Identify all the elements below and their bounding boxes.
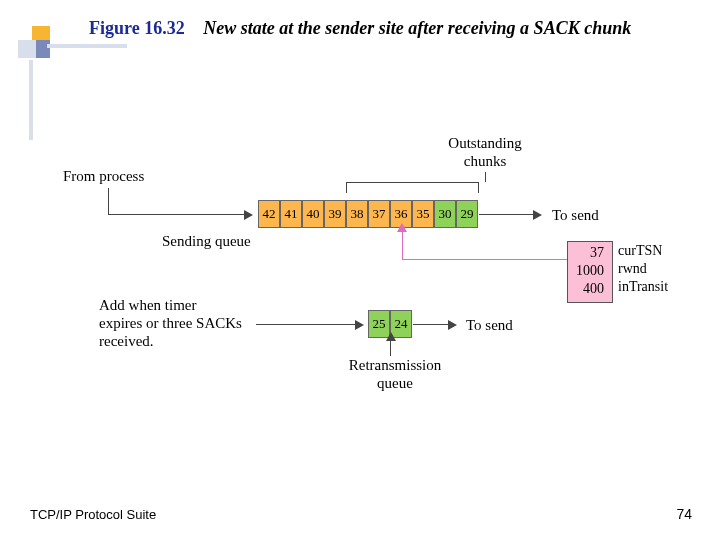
figure-number: Figure 16.32: [89, 18, 185, 38]
sending-cell: 30: [434, 200, 456, 228]
sending-cell: 39: [324, 200, 346, 228]
sending-cell: 37: [368, 200, 390, 228]
ornament-bar-h: [47, 44, 127, 48]
state-rwnd-key: rwnd: [618, 261, 668, 279]
curtsn-pointer-v: [402, 231, 403, 259]
state-keys: curTSN rwnd inTransit: [618, 243, 668, 297]
from-process-arrow: [244, 210, 253, 220]
to-send2-label: To send: [466, 316, 513, 334]
footer-source: TCP/IP Protocol Suite: [30, 507, 156, 522]
curtsn-pointer-arrow: [397, 223, 407, 232]
sending-cell: 35: [412, 200, 434, 228]
to-send1-label: To send: [552, 206, 599, 224]
from-process-line-h: [108, 214, 245, 215]
outstanding-bracket: [346, 182, 479, 193]
sending-cell: 42: [258, 200, 280, 228]
from-process-label: From process: [63, 167, 144, 185]
state-curtsn-key: curTSN: [618, 243, 668, 261]
figure-caption: New state at the sender site after recei…: [203, 18, 631, 38]
figure-title: Figure 16.32 New state at the sender sit…: [89, 18, 631, 39]
state-rwnd-val: 1000: [576, 263, 604, 281]
retrans-queue-label: Retransmission queue: [335, 356, 455, 392]
state-intransit-key: inTransit: [618, 279, 668, 297]
to-send2-arrow: [448, 320, 457, 330]
add-timer-label: Add when timer expires or three SACKs re…: [99, 296, 242, 350]
state-box: 37 1000 400: [567, 241, 613, 303]
retrans-leader: [390, 340, 391, 356]
ornament-bar-v: [29, 60, 33, 140]
sending-cell: 38: [346, 200, 368, 228]
from-process-line-v: [108, 188, 109, 214]
sending-queue-label: Sending queue: [162, 232, 251, 250]
state-intransit-val: 400: [576, 281, 604, 299]
bracket-stem: [485, 172, 486, 182]
outstanding-label: Outstanding chunks: [430, 134, 540, 170]
retrans-leader-arrow: [386, 332, 396, 341]
add-timer-line: [256, 324, 356, 325]
sending-cell: 40: [302, 200, 324, 228]
to-send2-line: [413, 324, 449, 325]
footer-page: 74: [676, 506, 692, 522]
slide-bullet-ornament: [18, 26, 52, 60]
add-timer-arrow: [355, 320, 364, 330]
curtsn-pointer-h: [402, 259, 567, 260]
to-send1-line: [479, 214, 534, 215]
sending-cell: 29: [456, 200, 478, 228]
sending-cell: 41: [280, 200, 302, 228]
state-curtsn-val: 37: [576, 245, 604, 263]
to-send1-arrow: [533, 210, 542, 220]
